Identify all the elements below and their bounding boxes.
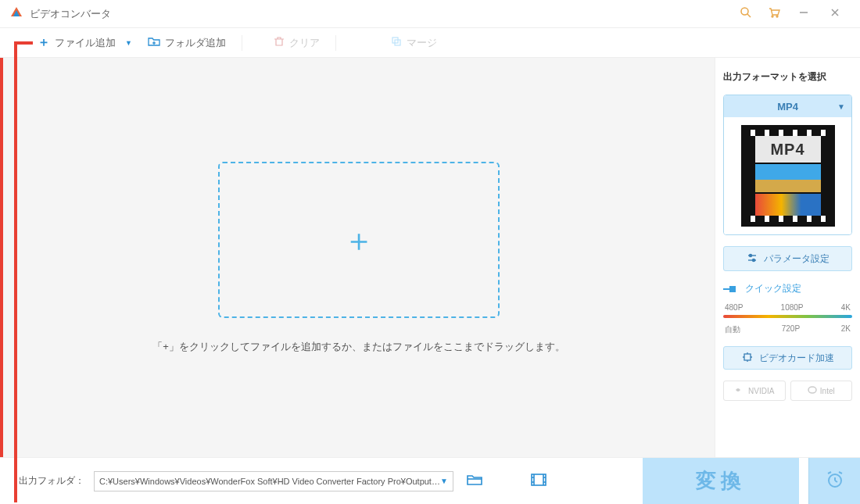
resolution-labels-top: 480P 1080P 4K xyxy=(723,303,852,312)
minimize-button[interactable] xyxy=(788,8,819,20)
schedule-button[interactable] xyxy=(808,458,860,505)
dropzone-hint: 「+」をクリックしてファイルを追加するか、またはファイルをここまでドラッグします… xyxy=(152,340,565,354)
merge-button[interactable]: マージ xyxy=(385,33,443,53)
folder-plus-icon xyxy=(148,36,160,49)
intel-icon xyxy=(808,386,817,395)
param-settings-label: パラメータ設定 xyxy=(764,252,830,266)
clear-label: クリア xyxy=(289,36,320,50)
video-card-accel-button[interactable]: ビデオカード加速 xyxy=(723,346,852,370)
format-name: MP4 xyxy=(777,101,798,113)
svg-line-32 xyxy=(835,481,837,482)
app-title: ビデオコンバータ xyxy=(30,7,732,21)
chevron-down-icon: ▼ xyxy=(125,39,132,47)
svg-point-14 xyxy=(749,254,751,256)
gpu-intel-chip: Intel xyxy=(790,381,853,401)
svg-point-5 xyxy=(776,16,778,17)
svg-point-4 xyxy=(772,16,773,17)
chevron-down-icon: ▼ xyxy=(837,102,845,111)
clear-button[interactable]: クリア xyxy=(267,33,326,53)
titlebar: ビデオコンバータ xyxy=(0,0,860,28)
svg-rect-17 xyxy=(744,354,751,360)
toolbar: ＋ ファイル追加 ▼ フォルダ追加 クリア マージ xyxy=(0,28,860,58)
gpu-vendor-row: NVIDIA Intel xyxy=(723,381,852,401)
sidebar: 出力フォーマットを選択 MP4 ▼ MP4 パラメータ設定 xyxy=(715,58,860,457)
add-folder-label: フォルダ追加 xyxy=(165,36,226,50)
video-card-accel-label: ビデオカード加速 xyxy=(759,352,834,365)
convert-button[interactable]: 変換 xyxy=(643,458,799,505)
nvidia-icon xyxy=(734,386,745,395)
close-button[interactable] xyxy=(819,8,851,20)
cart-icon[interactable] xyxy=(760,6,788,21)
merge-icon xyxy=(391,36,402,49)
output-path-value: C:¥Users¥Windows¥Videos¥WonderFox Soft¥H… xyxy=(99,477,440,486)
chip-icon xyxy=(742,352,753,365)
svg-point-2 xyxy=(741,8,748,15)
svg-line-34 xyxy=(839,472,842,474)
toolbar-separator xyxy=(335,35,336,51)
plus-icon: ＋ xyxy=(38,34,50,51)
add-file-button[interactable]: ＋ ファイル追加 ▼ xyxy=(31,31,138,54)
svg-point-22 xyxy=(808,387,816,393)
svg-line-3 xyxy=(747,14,751,17)
toolbar-separator xyxy=(242,35,242,51)
open-folder-button[interactable] xyxy=(463,470,486,492)
convert-label: 変換 xyxy=(696,467,746,495)
parameter-settings-button[interactable]: パラメータ設定 xyxy=(723,246,852,271)
add-file-label: ファイル追加 xyxy=(55,36,116,50)
format-thumbnail: MP4 xyxy=(724,117,851,234)
output-path-field[interactable]: C:¥Users¥Windows¥Videos¥WonderFox Soft¥H… xyxy=(94,471,453,491)
resolution-labels-bottom: 自動 720P 2K xyxy=(723,324,852,335)
chevron-down-icon: ▼ xyxy=(440,477,448,485)
callout-indicator-line xyxy=(14,41,17,502)
gpu-nvidia-chip: NVIDIA xyxy=(723,381,786,401)
format-badge: MP4 xyxy=(755,136,821,163)
merge-label: マージ xyxy=(407,36,437,50)
output-format-selector[interactable]: MP4 ▼ MP4 xyxy=(723,95,852,235)
dropzone[interactable]: ＋ xyxy=(218,162,500,318)
quick-settings-panel: クイック設定 480P 1080P 4K 自動 720P 2K xyxy=(723,282,852,335)
main-drop-area: ＋ 「+」をクリックしてファイルを追加するか、またはファイルをここまでドラッグし… xyxy=(0,58,715,457)
dropzone-plus-icon: ＋ xyxy=(343,224,374,256)
bottombar: 出力フォルダ： C:¥Users¥Windows¥Videos¥WonderFo… xyxy=(0,457,860,504)
app-logo-icon xyxy=(9,5,23,22)
video-output-icon[interactable] xyxy=(527,470,550,492)
content-area: ＋ 「+」をクリックしてファイルを追加するか、またはファイルをここまでドラッグし… xyxy=(0,58,860,457)
film-frame-icon: MP4 xyxy=(741,125,835,227)
add-folder-button[interactable]: フォルダ追加 xyxy=(142,33,232,53)
format-header: MP4 ▼ xyxy=(724,95,851,117)
svg-line-33 xyxy=(828,472,831,474)
quick-settings-title: クイック設定 xyxy=(723,282,852,295)
sliders-icon xyxy=(747,252,758,266)
alarm-clock-icon xyxy=(825,470,845,492)
output-folder-label: 出力フォルダ： xyxy=(19,474,84,488)
resolution-slider[interactable] xyxy=(723,315,852,318)
trash-icon xyxy=(274,36,285,49)
output-format-title: 出力フォーマットを選択 xyxy=(723,70,852,84)
search-icon[interactable] xyxy=(732,6,760,21)
svg-point-16 xyxy=(752,259,754,261)
